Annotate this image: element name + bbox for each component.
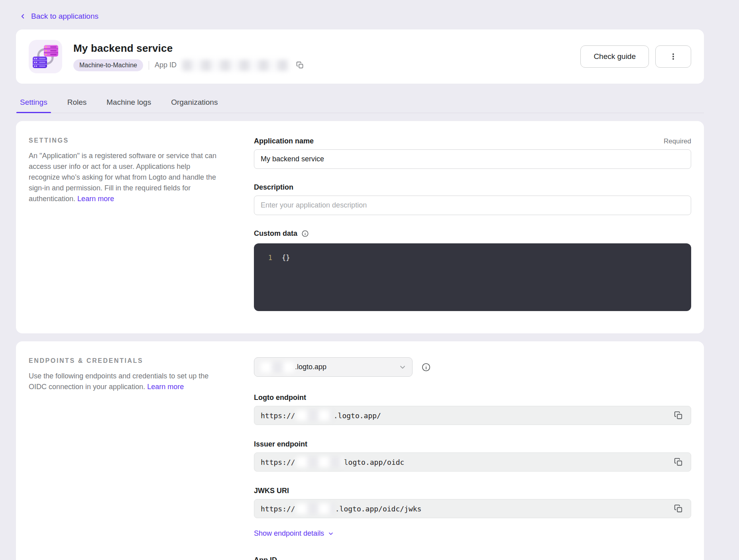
app-type-badge: Machine-to-Machine	[73, 59, 143, 71]
custom-data-label: Custom data	[254, 229, 297, 238]
settings-form: Application name Required Description Cu…	[254, 137, 691, 311]
domain-select-row: .logto.app	[254, 357, 691, 377]
settings-section-intro: SETTINGS An "Application" is a registere…	[29, 137, 230, 204]
endpoints-section-intro: ENDPOINTS & CREDENTIALS Use the followin…	[29, 357, 230, 392]
jwks-uri-label: JWKS URI	[254, 487, 691, 495]
issuer-endpoint-redacted	[296, 457, 343, 467]
description-field-group: Description	[254, 183, 691, 215]
tab-roles[interactable]: Roles	[67, 94, 88, 113]
domain-select[interactable]: .logto.app	[254, 357, 413, 377]
copy-app-id-button[interactable]	[295, 60, 305, 70]
back-link-label: Back to applications	[31, 12, 98, 21]
copy-icon	[674, 411, 683, 420]
issuer-endpoint-group: Issuer endpoint https:// logto.app/oidc	[254, 440, 691, 472]
issuer-endpoint-value: https:// logto.app/oidc	[254, 452, 691, 472]
jwks-uri-suffix: .logto.app/oidc/jwks	[335, 505, 422, 513]
editor-code-content: {}	[282, 254, 290, 262]
custom-data-field-group: Custom data 1 {}	[254, 229, 691, 311]
editor-line-number: 1	[254, 254, 272, 262]
chevron-down-icon	[399, 363, 407, 371]
copy-icon	[674, 504, 683, 513]
app-id-label: App ID	[155, 61, 177, 69]
issuer-endpoint-prefix: https://	[261, 458, 295, 466]
settings-card: SETTINGS An "Application" is a registere…	[16, 121, 704, 333]
jwks-uri-prefix: https://	[261, 505, 295, 513]
show-details-label: Show endpoint details	[254, 529, 324, 538]
endpoints-card: ENDPOINTS & CREDENTIALS Use the followin…	[16, 341, 704, 560]
settings-learn-more-link[interactable]: Learn more	[77, 195, 114, 203]
logto-endpoint-value: https:// .logto.app/	[254, 406, 691, 425]
copy-jwks-uri-button[interactable]	[669, 500, 688, 517]
domain-select-value: .logto.app	[295, 363, 326, 371]
jwks-uri-value: https:// .logto.app/oidc/jwks	[254, 499, 691, 518]
logto-endpoint-group: Logto endpoint https:// .logto.app/	[254, 394, 691, 425]
back-to-applications-link[interactable]: Back to applications	[19, 12, 98, 21]
app-header-info: My backend service Machine-to-Machine Ap…	[73, 42, 305, 71]
chevron-left-icon	[19, 13, 26, 20]
settings-section-description: An "Application" is a registered softwar…	[29, 152, 216, 203]
copy-issuer-endpoint-button[interactable]	[669, 454, 688, 470]
tab-settings[interactable]: Settings	[19, 94, 48, 113]
chevron-down-icon	[328, 531, 334, 537]
custom-data-code-editor[interactable]: 1 {}	[254, 243, 691, 311]
logto-endpoint-prefix: https://	[261, 411, 295, 420]
app-id-field-label: App ID	[254, 556, 691, 560]
jwks-uri-group: JWKS URI https:// .logto.app/oidc/jwks	[254, 487, 691, 518]
tab-organizations[interactable]: Organizations	[170, 94, 218, 113]
tab-bar: Settings Roles Machine logs Organization…	[16, 94, 704, 113]
application-name-label: Application name	[254, 137, 314, 145]
app-id-redacted-value	[182, 60, 289, 71]
application-details-page: Back to applications	[0, 0, 739, 560]
issuer-endpoint-label: Issuer endpoint	[254, 440, 691, 448]
app-id-group: App ID	[254, 556, 691, 560]
settings-section-title: SETTINGS	[29, 137, 230, 144]
logto-endpoint-label: Logto endpoint	[254, 394, 691, 402]
description-label: Description	[254, 183, 293, 192]
jwks-uri-redacted	[296, 503, 334, 514]
application-name-input[interactable]	[254, 149, 691, 169]
logto-endpoint-redacted	[296, 410, 333, 421]
endpoints-learn-more-link[interactable]: Learn more	[147, 383, 184, 391]
check-guide-button[interactable]: Check guide	[580, 45, 649, 68]
issuer-endpoint-suffix: logto.app/oidc	[344, 458, 405, 466]
machine-to-machine-app-icon	[29, 40, 62, 73]
endpoints-form: .logto.app Logto endpoint https:// .logt…	[254, 357, 691, 560]
app-title: My backend service	[73, 42, 305, 55]
header-actions: Check guide	[580, 45, 691, 68]
domain-info-icon[interactable]	[421, 362, 431, 372]
kebab-menu-icon	[669, 52, 678, 61]
endpoints-section-title: ENDPOINTS & CREDENTIALS	[29, 357, 230, 364]
custom-data-info-icon[interactable]	[301, 230, 309, 237]
description-input[interactable]	[254, 196, 691, 215]
logto-endpoint-suffix: .logto.app/	[334, 411, 381, 420]
copy-logto-endpoint-button[interactable]	[669, 407, 688, 424]
app-header-card: My backend service Machine-to-Machine Ap…	[16, 29, 704, 84]
more-actions-button[interactable]	[655, 45, 691, 68]
meta-divider	[149, 61, 149, 70]
tab-machine-logs[interactable]: Machine logs	[106, 94, 152, 113]
copy-icon	[296, 61, 304, 69]
application-name-field-group: Application name Required	[254, 137, 691, 169]
required-indicator: Required	[664, 137, 691, 145]
show-endpoint-details-link[interactable]: Show endpoint details	[254, 529, 334, 538]
copy-icon	[674, 458, 683, 466]
domain-prefix-redacted	[261, 362, 294, 372]
